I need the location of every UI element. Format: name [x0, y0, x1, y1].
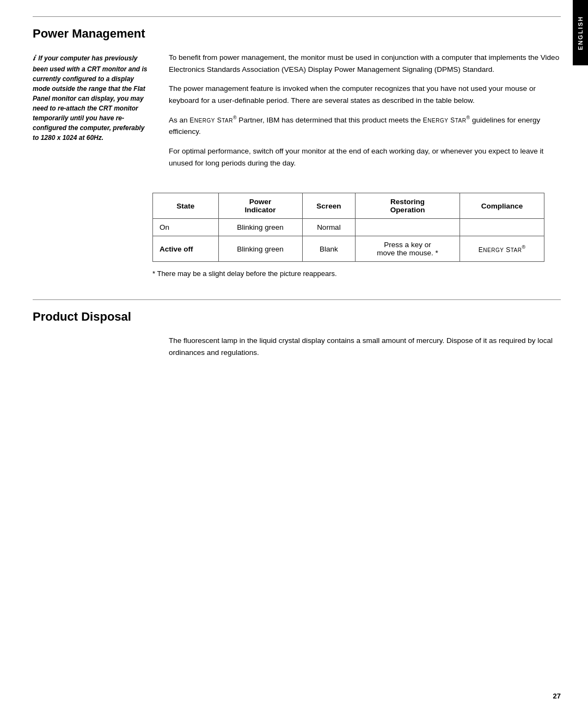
energy-star-ref-1: ENERGY STAR — [189, 117, 233, 124]
disposal-text: The fluorescent lamp in the liquid cryst… — [169, 335, 561, 358]
note-text: 𝑖 If your computer has previously been u… — [33, 52, 152, 143]
paragraph-1: To benefit from power management, the mo… — [169, 52, 561, 75]
note-box: 𝑖 If your computer has previously been u… — [33, 52, 152, 143]
col-header-restoring: RestoringOperation — [356, 193, 460, 219]
cell-compliance-on — [460, 219, 544, 236]
product-disposal-heading: Product Disposal — [33, 310, 561, 324]
power-management-heading: Power Management — [33, 27, 561, 41]
energy-star-compliance: ENERGY STAR — [479, 246, 522, 254]
disposal-layout: The fluorescent lamp in the liquid cryst… — [33, 335, 561, 358]
intro-layout: 𝑖 If your computer has previously been u… — [33, 52, 561, 176]
cell-state-on: On — [153, 219, 219, 236]
paragraph-3: As an ENERGY STAR® Partner, IBM has dete… — [169, 114, 561, 138]
cell-power-on: Blinking green — [218, 219, 302, 236]
disposal-left-spacer — [33, 335, 152, 358]
cell-restoring-activeoff: Press a key ormove the mouse. * — [356, 236, 460, 262]
section-divider — [33, 16, 561, 17]
product-disposal-section: Product Disposal The fluorescent lamp in… — [33, 299, 561, 358]
power-management-table: State PowerIndicator Screen RestoringOpe… — [152, 193, 544, 262]
note-icon: 𝑖 — [33, 53, 35, 62]
right-column: To benefit from power management, the mo… — [169, 52, 561, 176]
table-header-row: State PowerIndicator Screen RestoringOpe… — [153, 193, 544, 219]
disposal-paragraph: The fluorescent lamp in the liquid cryst… — [169, 335, 561, 358]
table-row: On Blinking green Normal — [153, 219, 544, 236]
cell-power-activeoff: Blinking green — [218, 236, 302, 262]
language-tab: ENGLISH — [573, 0, 588, 65]
col-header-power-indicator: PowerIndicator — [218, 193, 302, 219]
paragraph-4: For optimal performance, switch off your… — [169, 145, 561, 169]
paragraph-2: The power management feature is invoked … — [169, 83, 561, 106]
cell-state-activeoff: Active off — [153, 236, 219, 262]
disposal-divider — [33, 299, 561, 300]
cell-restoring-on — [356, 219, 460, 236]
left-note-column: 𝑖 If your computer has previously been u… — [33, 52, 152, 176]
col-header-screen: Screen — [302, 193, 356, 219]
cell-compliance-activeoff: ENERGY STAR® — [460, 236, 544, 262]
cell-screen-on: Normal — [302, 219, 356, 236]
power-management-section: Power Management 𝑖 If your computer has … — [33, 27, 561, 278]
cell-screen-activeoff: Blank — [302, 236, 356, 262]
page-number: 27 — [553, 692, 561, 700]
energy-star-ref-2: ENERGY STAR — [423, 117, 467, 124]
language-label: ENGLISH — [577, 16, 584, 50]
table-footnote: * There may be a slight delay before the… — [152, 269, 561, 278]
table-row: Active off Blinking green Blank Press a … — [153, 236, 544, 262]
col-header-state: State — [153, 193, 219, 219]
col-header-compliance: Compliance — [460, 193, 544, 219]
